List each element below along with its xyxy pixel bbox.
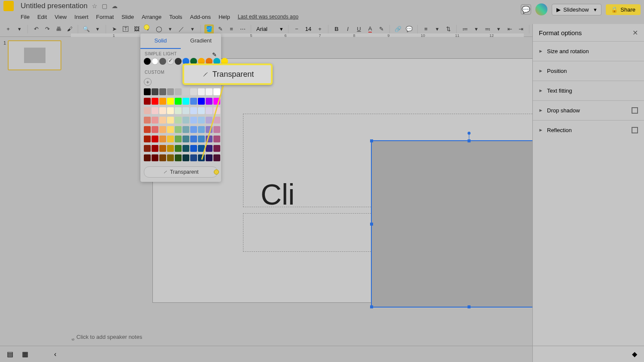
add-custom-color[interactable]: + — [144, 78, 152, 86]
textbox-tool[interactable]: 🅃 — [121, 24, 130, 34]
panel-row-size-and-rotation[interactable]: ▾Size and rotation — [533, 41, 644, 61]
color-swatch[interactable] — [175, 107, 182, 114]
bold-button[interactable]: B — [332, 24, 341, 34]
color-swatch[interactable] — [182, 107, 189, 114]
color-swatch[interactable] — [152, 126, 158, 133]
color-swatch[interactable] — [198, 107, 205, 114]
color-swatch[interactable] — [190, 107, 197, 114]
color-swatch[interactable] — [167, 98, 174, 105]
color-swatch[interactable] — [206, 154, 213, 161]
slideshow-button[interactable]: ▶ Slideshow ▾ — [552, 4, 601, 15]
link-button[interactable]: 🔗 — [393, 24, 403, 34]
align-dropdown[interactable]: ▾ — [432, 24, 442, 34]
border-dash-button[interactable]: ⋯ — [238, 24, 247, 34]
resize-handle[interactable] — [468, 139, 471, 142]
star-icon[interactable]: ☆ — [92, 3, 97, 9]
color-swatch[interactable] — [213, 117, 220, 124]
color-swatch[interactable] — [190, 98, 197, 105]
transparent-button[interactable]: ⟋ Transparent — [144, 166, 218, 178]
explore-button[interactable]: ◆ — [632, 350, 637, 358]
color-swatch[interactable] — [175, 145, 182, 152]
color-swatch[interactable] — [167, 126, 174, 133]
color-swatch[interactable] — [144, 136, 151, 142]
avatar[interactable] — [535, 3, 547, 15]
tab-gradient[interactable]: Gradient — [181, 33, 221, 49]
speaker-notes[interactable]: Click to add speaker notes — [76, 330, 524, 343]
theme-swatch[interactable] — [159, 58, 166, 65]
color-swatch[interactable] — [159, 98, 166, 105]
color-swatch[interactable] — [198, 145, 205, 152]
color-swatch[interactable] — [213, 145, 220, 152]
color-swatch[interactable] — [206, 126, 213, 133]
color-swatch[interactable] — [206, 107, 213, 114]
color-swatch[interactable] — [198, 98, 205, 105]
print-button[interactable]: 🖶 — [54, 24, 63, 34]
comment-button[interactable]: 💬 — [404, 24, 414, 34]
resize-handle[interactable] — [370, 305, 373, 308]
dropdown-icon[interactable]: ▾ — [594, 6, 597, 13]
color-swatch[interactable] — [152, 136, 158, 142]
color-swatch[interactable] — [144, 154, 151, 161]
underline-button[interactable]: U — [354, 24, 364, 34]
italic-button[interactable]: I — [343, 24, 352, 34]
menu-edit[interactable]: Edit — [37, 14, 47, 20]
color-swatch[interactable] — [190, 88, 197, 95]
color-swatch[interactable] — [190, 117, 197, 124]
color-swatch[interactable] — [198, 154, 205, 161]
filmstrip-icon[interactable]: ▤ — [7, 350, 13, 358]
color-swatch[interactable] — [167, 154, 174, 161]
border-weight-button[interactable]: ≡ — [227, 24, 236, 34]
color-swatch[interactable] — [213, 98, 220, 105]
color-swatch[interactable] — [213, 88, 220, 95]
border-color-button[interactable]: ✎ — [216, 24, 225, 34]
color-swatch[interactable] — [182, 136, 189, 142]
font-size-inc[interactable]: + — [315, 24, 325, 34]
color-swatch[interactable] — [167, 107, 174, 114]
new-slide-button[interactable]: + — [3, 24, 13, 34]
color-swatch[interactable] — [144, 117, 151, 124]
color-swatch[interactable] — [167, 136, 174, 142]
resize-handle[interactable] — [370, 223, 373, 226]
color-swatch[interactable] — [167, 88, 174, 95]
text-color-button[interactable]: A — [365, 24, 375, 34]
color-swatch[interactable] — [206, 145, 213, 152]
undo-button[interactable]: ↶ — [31, 24, 41, 34]
color-swatch[interactable] — [190, 154, 197, 161]
paint-format-button[interactable]: 🖌 — [65, 24, 74, 34]
toggle-checkbox[interactable] — [632, 127, 638, 133]
color-swatch[interactable] — [175, 117, 182, 124]
line-tool[interactable]: ／ — [176, 24, 186, 34]
image-tool[interactable]: 🖼 — [132, 24, 141, 34]
indent-inc-button[interactable]: ⇥ — [516, 24, 526, 34]
color-swatch[interactable] — [190, 126, 197, 133]
shape-dropdown[interactable]: ▾ — [165, 24, 175, 34]
color-swatch[interactable] — [213, 136, 220, 142]
new-slide-dropdown[interactable]: ▾ — [15, 24, 24, 34]
close-panel-icon[interactable]: ✕ — [632, 29, 638, 37]
color-swatch[interactable] — [152, 98, 158, 105]
menu-file[interactable]: File — [21, 14, 30, 20]
number-list-button[interactable]: ≕ — [483, 24, 492, 34]
color-swatch[interactable] — [198, 117, 205, 124]
color-swatch[interactable] — [144, 88, 151, 95]
color-swatch[interactable] — [213, 154, 220, 161]
panel-row-position[interactable]: ▾Position — [533, 61, 644, 81]
share-button[interactable]: 🔒 Share — [606, 4, 641, 15]
menu-add-ons[interactable]: Add-ons — [190, 14, 211, 20]
panel-row-reflection[interactable]: ▾Reflection — [533, 120, 644, 140]
color-swatch[interactable] — [175, 154, 182, 161]
color-swatch[interactable] — [182, 88, 189, 95]
color-swatch[interactable] — [182, 126, 189, 133]
highlight-button[interactable]: ✎ — [377, 24, 386, 34]
move-icon[interactable]: ▢ — [102, 3, 107, 9]
color-swatch[interactable] — [175, 98, 182, 105]
font-size-dec[interactable]: − — [292, 24, 301, 34]
color-swatch[interactable] — [167, 145, 174, 152]
color-swatch[interactable] — [159, 154, 166, 161]
color-swatch[interactable] — [175, 136, 182, 142]
document-title[interactable]: Untitled presentation — [21, 2, 88, 10]
grid-view-icon[interactable]: ▦ — [22, 350, 28, 358]
color-swatch[interactable] — [182, 98, 189, 105]
zoom-button[interactable]: 🔍 — [82, 24, 91, 34]
indent-dec-button[interactable]: ⇤ — [505, 24, 514, 34]
